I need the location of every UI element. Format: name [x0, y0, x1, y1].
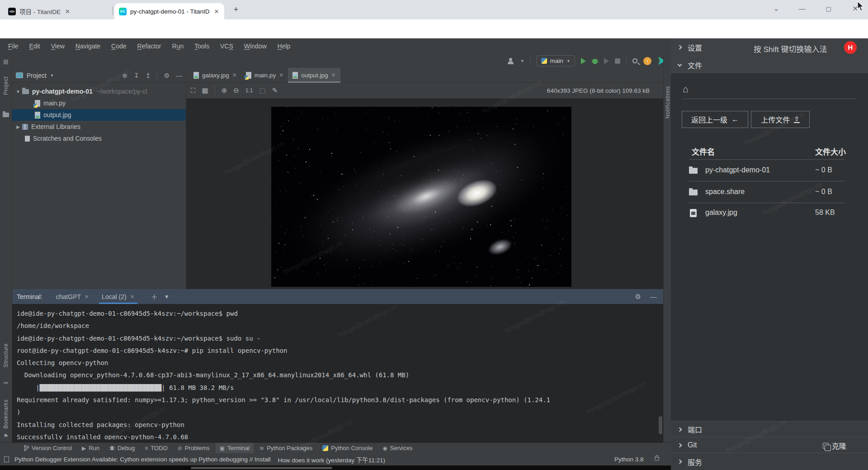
tab-search-chevron-icon[interactable]: ⌄	[769, 5, 783, 13]
tree-row-external-libraries[interactable]: ▶ External Libraries	[12, 121, 186, 133]
bookmark-icon[interactable]: ⚑	[0, 433, 12, 439]
event-log-icon[interactable]	[4, 456, 9, 462]
file-row-folder[interactable]: space.share ~ 0 B	[671, 182, 868, 204]
browser-tab-pycharm[interactable]: PC py-chatgpt-demo-01 - TitanID ✕	[114, 3, 224, 19]
grid-icon[interactable]: ▦	[202, 86, 208, 95]
tab-close-icon[interactable]: ✕	[85, 294, 89, 300]
expand-all-icon[interactable]: ↧	[134, 72, 139, 79]
chevron-down-icon[interactable]: ▼	[164, 294, 170, 300]
tool-strip-project-label[interactable]: Project	[3, 76, 9, 95]
menu-view[interactable]: View	[47, 41, 69, 51]
python-interpreter-label[interactable]: Python 3.8	[614, 456, 644, 463]
editor-tab-galaxy[interactable]: galaxy.jpg ✕	[189, 68, 241, 82]
file-row-image[interactable]: galaxy.jpg 58 KB	[671, 203, 868, 224]
tree-row-mainpy[interactable]: main.py	[12, 97, 186, 109]
services-section-row[interactable]: 服务	[671, 453, 868, 470]
tree-row-outputjpg-selected[interactable]: output.jpg	[12, 109, 186, 121]
ports-section-row[interactable]: 端口	[671, 421, 868, 437]
chevron-down-icon[interactable]: ▼	[15, 89, 21, 94]
debug-button[interactable]	[592, 57, 598, 65]
menu-file[interactable]: File	[4, 41, 23, 51]
terminal-tab-chatgpt[interactable]: chatGPT ✕	[53, 289, 92, 304]
fit-zoom-icon[interactable]: ⛶	[191, 86, 196, 95]
browser-tab-titanide[interactable]: <t> 项目 - TitanIDE ✕	[4, 3, 112, 19]
window-minimize-button[interactable]: —	[795, 5, 809, 12]
statusbar-version-control[interactable]: Version Control	[20, 443, 76, 454]
infobar-message[interactable]: Python Debugger Extension Available: Cyt…	[14, 456, 270, 463]
terminal-hide-icon[interactable]: —	[650, 293, 657, 301]
galaxy-image[interactable]	[271, 107, 571, 287]
editor-tab-mainpy[interactable]: main.py ✕	[241, 68, 288, 82]
divider	[689, 181, 845, 181]
menu-tools[interactable]: Tools	[190, 41, 214, 51]
locate-file-icon[interactable]: ⊕	[122, 72, 127, 79]
search-everywhere-icon[interactable]	[632, 58, 637, 63]
tab-close-icon[interactable]: ✕	[65, 8, 70, 15]
editor-tab-outputjpg[interactable]: output.jpg ✕	[288, 68, 340, 82]
actual-size-button[interactable]: 1:1	[245, 87, 253, 94]
git-section-row[interactable]: Git 克隆	[671, 437, 868, 453]
run-with-coverage-button[interactable]	[604, 58, 609, 64]
user-icon[interactable]	[507, 58, 514, 64]
tab-close-icon[interactable]: ✕	[331, 72, 336, 78]
terminal-output[interactable]: ide@ide-py-chatgpt-demo-01-c86945d5-k4sz…	[12, 304, 663, 440]
statusbar-terminal[interactable]: ▣Terminal	[216, 443, 254, 454]
new-tab-button[interactable]: +	[231, 5, 241, 14]
new-terminal-plus-icon[interactable]: ＋	[151, 292, 158, 301]
statusbar-debug[interactable]: Debug	[105, 443, 139, 454]
tab-close-icon[interactable]: ✕	[279, 72, 283, 78]
terminal-settings-gear-icon[interactable]: ⚙	[635, 293, 641, 301]
statusbar-run[interactable]: ▶Run	[78, 443, 104, 454]
project-tool-icon[interactable]: ▤	[0, 58, 12, 65]
tool-strip-bookmarks-label[interactable]: Bookmarks	[3, 399, 9, 429]
hide-panel-icon[interactable]: —	[176, 72, 182, 79]
window-maximize-button[interactable]: ▢	[822, 5, 835, 12]
chevron-down-icon[interactable]: ▼	[50, 73, 54, 78]
menu-edit[interactable]: Edit	[25, 41, 45, 51]
tool-strip-structure-label[interactable]: Structure	[3, 343, 9, 367]
run-configuration-select[interactable]: main ▼	[537, 55, 575, 66]
infobar-secondary[interactable]: How does it work (yesterday 下午11:21)	[278, 455, 385, 464]
menu-navigate[interactable]: Navigate	[71, 41, 105, 51]
stop-button[interactable]	[615, 58, 620, 64]
star	[306, 179, 307, 180]
upload-file-button[interactable]: 上传文件 ⇧	[751, 111, 810, 128]
tab-close-icon[interactable]: ✕	[232, 72, 237, 78]
zoom-out-icon[interactable]: ⊖	[233, 86, 239, 95]
menu-help[interactable]: Help	[273, 41, 295, 51]
run-button[interactable]	[581, 58, 586, 64]
ide-update-icon[interactable]: ↑	[643, 57, 651, 65]
terminal-tab-local[interactable]: Local (2) ✕	[99, 289, 137, 304]
gear-icon[interactable]: ⚙	[164, 72, 170, 79]
folder-icon[interactable]	[3, 113, 9, 117]
statusbar-python-console[interactable]: Python Console	[318, 443, 377, 454]
statusbar-python-packages[interactable]: ≋Python Packages	[255, 443, 316, 454]
chevron-right-icon[interactable]: ▶	[15, 124, 21, 129]
user-avatar-badge[interactable]: H	[844, 41, 857, 54]
tree-row-root[interactable]: ▼ py-chatgpt-demo-01 ~/workspace/py-cl	[12, 85, 186, 97]
tab-close-icon[interactable]: ✕	[130, 294, 135, 300]
statusbar-todo[interactable]: ≡TODO	[141, 443, 171, 454]
pipette-icon[interactable]: ✎	[272, 86, 278, 95]
terminal-scrollbar[interactable]	[659, 416, 662, 434]
file-row-folder[interactable]: py-chatgpt-demo-01 ~ 0 B	[671, 160, 868, 182]
back-up-level-button[interactable]: 返回上一级 ←	[682, 111, 748, 128]
structure-icon[interactable]: ≔	[0, 380, 12, 386]
statusbar-services[interactable]: ◉Services	[378, 443, 416, 454]
tool-strip-notifications-label[interactable]: Notifications	[665, 86, 671, 119]
menu-window[interactable]: Window	[240, 41, 271, 51]
clone-button[interactable]: 克隆	[823, 440, 846, 451]
tree-row-scratches[interactable]: Scratches and Consoles	[12, 133, 186, 144]
files-section-row[interactable]: 文件	[671, 56, 868, 74]
menu-refactor[interactable]: Refactor	[133, 41, 166, 51]
zoom-in-icon[interactable]: ⊕	[222, 86, 227, 95]
home-icon[interactable]: ⌂	[683, 84, 689, 95]
menu-code[interactable]: Code	[107, 41, 131, 51]
menu-run[interactable]: Run	[168, 41, 189, 51]
tab-close-icon[interactable]: ✕	[214, 8, 219, 15]
menu-vcs[interactable]: VCS	[216, 41, 238, 51]
project-view-label[interactable]: Project	[27, 72, 47, 79]
checkered-background-icon[interactable]: ▢	[259, 86, 266, 95]
statusbar-problems[interactable]: ⊘Problems	[174, 443, 214, 454]
collapse-all-icon[interactable]: ↥	[146, 72, 151, 79]
